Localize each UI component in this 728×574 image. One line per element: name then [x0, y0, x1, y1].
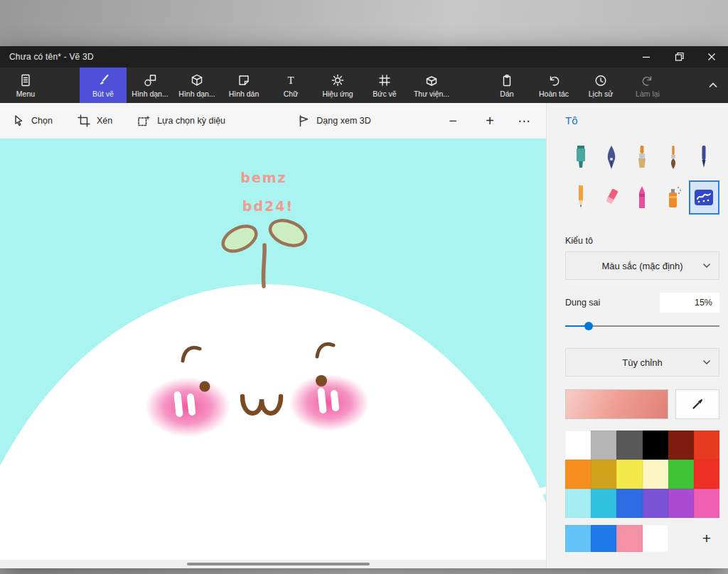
- canvas-column: Chọn Xén Lựa chọn kỳ diệu Dạng xem 3D −: [0, 103, 546, 568]
- tolerance-slider-thumb[interactable]: [584, 322, 593, 330]
- crop-icon: [77, 114, 91, 128]
- restore-button[interactable]: [663, 46, 695, 67]
- text-label: Chữ: [284, 90, 298, 98]
- left-blush: [145, 377, 230, 437]
- brush-crayon[interactable]: [627, 180, 658, 215]
- restore-icon: [672, 50, 686, 64]
- paste-button[interactable]: Dán: [483, 67, 530, 103]
- canvas-button[interactable]: Bức vẽ: [361, 67, 408, 103]
- color-swatch[interactable]: [616, 430, 642, 460]
- left-eye: [200, 381, 210, 392]
- calligraphy-pen-icon: [602, 145, 621, 170]
- color-swatch[interactable]: [668, 430, 694, 460]
- custom-color-swatch[interactable]: [565, 525, 591, 552]
- color-swatch[interactable]: [565, 489, 591, 518]
- custom-color-swatch[interactable]: [591, 525, 616, 552]
- main-toolbar: Menu Bút vẽ Hình dạn... Hình dạn... Hình…: [0, 67, 728, 103]
- collapse-ribbon-button[interactable]: [698, 67, 728, 103]
- horizontal-scrollbar-thumb[interactable]: [187, 563, 370, 565]
- shapes-3d-button[interactable]: Hình dạn...: [173, 67, 220, 103]
- magic-select-icon: [136, 114, 151, 128]
- color-swatch[interactable]: [591, 489, 616, 518]
- color-swatch[interactable]: [591, 460, 616, 489]
- brush-eraser[interactable]: [596, 180, 626, 215]
- brush-spray-can[interactable]: [658, 180, 688, 215]
- stickers-button[interactable]: Hình dán: [220, 67, 267, 103]
- color-swatch[interactable]: [694, 460, 719, 489]
- color-swatch[interactable]: [643, 489, 668, 518]
- color-palette: [565, 430, 719, 518]
- color-swatch[interactable]: [565, 430, 591, 460]
- close-button[interactable]: [695, 46, 728, 67]
- zoom-out-button[interactable]: −: [442, 113, 464, 129]
- right-eye: [316, 375, 327, 386]
- brush-marker[interactable]: [565, 141, 596, 175]
- history-label: Lịch sử: [589, 90, 613, 98]
- horizontal-scrollbar[interactable]: [0, 560, 546, 568]
- magic-select-button[interactable]: Lựa chọn kỳ diệu: [136, 114, 225, 128]
- tolerance-input[interactable]: 15%: [660, 293, 719, 313]
- color-swatch[interactable]: [565, 460, 591, 489]
- history-button[interactable]: Lịch sử: [577, 67, 624, 103]
- minimize-button[interactable]: [630, 46, 663, 67]
- more-options-button[interactable]: ⋯: [513, 114, 535, 129]
- color-swatch[interactable]: [616, 460, 642, 489]
- minimize-icon: [639, 50, 653, 64]
- custom-dropdown[interactable]: Tùy chỉnh: [565, 348, 719, 377]
- text-icon: T: [284, 73, 298, 87]
- effects-button[interactable]: Hiệu ứng: [314, 67, 361, 103]
- brushes-label: Bút vẽ: [92, 90, 114, 98]
- redo-label: Làm lại: [636, 90, 660, 98]
- window-title: Chưa có tên* - Vẽ 3D: [0, 52, 94, 62]
- brush-watercolor[interactable]: [658, 141, 688, 175]
- redo-button[interactable]: Làm lại: [624, 67, 671, 103]
- brush-icon: [96, 73, 110, 87]
- tolerance-slider[interactable]: [565, 321, 719, 331]
- color-swatch[interactable]: [668, 460, 694, 489]
- color-swatch[interactable]: [643, 460, 668, 489]
- tolerance-label: Dung sai: [565, 298, 600, 308]
- sprout-stem: [263, 245, 264, 286]
- color-swatch[interactable]: [643, 430, 668, 460]
- text-button[interactable]: T Chữ: [267, 67, 314, 103]
- custom-color-swatch[interactable]: [616, 525, 642, 552]
- shapes-2d-label: Hình dạn...: [132, 90, 168, 98]
- library-button[interactable]: Thư viện...: [408, 67, 455, 103]
- brush-fill[interactable]: [689, 180, 719, 215]
- svg-text:T: T: [287, 75, 294, 86]
- drawing-canvas[interactable]: bemz bd24!: [0, 139, 546, 560]
- undo-button[interactable]: Hoàn tác: [530, 67, 577, 103]
- color-swatch[interactable]: [694, 430, 719, 460]
- eyedropper-button[interactable]: [675, 389, 719, 419]
- crop-button[interactable]: Xén: [77, 114, 112, 128]
- shapes-2d-button[interactable]: Hình dạn...: [127, 67, 173, 103]
- right-blush: [289, 374, 369, 431]
- paint3d-window: Chưa có tên* - Vẽ 3D Menu Bút vẽ Hình dạ…: [0, 46, 728, 568]
- current-color-swatch[interactable]: [565, 389, 668, 419]
- view-3d-button[interactable]: Dạng xem 3D: [296, 114, 370, 128]
- menu-button[interactable]: Menu: [4, 67, 47, 103]
- color-swatch[interactable]: [616, 489, 642, 518]
- color-swatch[interactable]: [591, 430, 616, 460]
- view-3d-icon: [296, 114, 311, 128]
- brushes-button[interactable]: Bút vẽ: [80, 67, 127, 103]
- fill-style-value: Màu sắc (mặc định): [601, 261, 682, 271]
- chevron-up-icon: [706, 78, 720, 92]
- paste-label: Dán: [500, 90, 513, 98]
- custom-color-swatch[interactable]: [643, 525, 668, 552]
- add-color-button[interactable]: +: [694, 525, 719, 552]
- undo-label: Hoàn tác: [539, 90, 569, 98]
- color-swatch[interactable]: [694, 489, 719, 518]
- select-button[interactable]: Chọn: [11, 114, 53, 128]
- flat-brush-icon: [633, 145, 651, 170]
- color-swatch[interactable]: [668, 489, 694, 518]
- brush-pencil[interactable]: [565, 180, 596, 215]
- magic-select-label: Lựa chọn kỳ diệu: [157, 116, 225, 126]
- zoom-in-button[interactable]: +: [479, 113, 500, 129]
- brush-calligraphy-pen[interactable]: [596, 141, 626, 175]
- brush-flat-brush[interactable]: [627, 141, 658, 175]
- custom-dropdown-label: Tùy chỉnh: [622, 357, 662, 368]
- fill-style-dropdown[interactable]: Màu sắc (mặc định): [565, 251, 719, 280]
- brush-fine-pen[interactable]: [689, 141, 719, 175]
- canvas-text-line1: bemz: [240, 170, 287, 185]
